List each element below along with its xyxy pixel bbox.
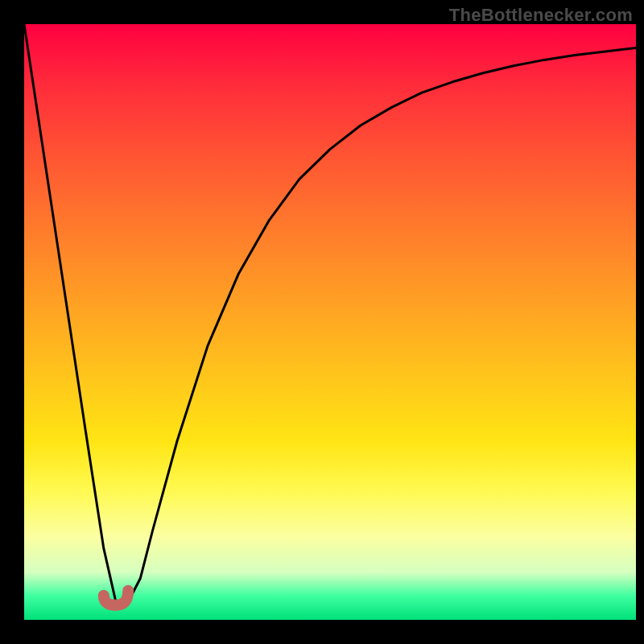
curve-layer <box>24 24 636 620</box>
chart-frame: TheBottlenecker.com <box>0 0 644 644</box>
plot-area <box>24 24 636 620</box>
bottleneck-curve-line <box>24 24 636 602</box>
source-watermark: TheBottlenecker.com <box>449 5 633 26</box>
